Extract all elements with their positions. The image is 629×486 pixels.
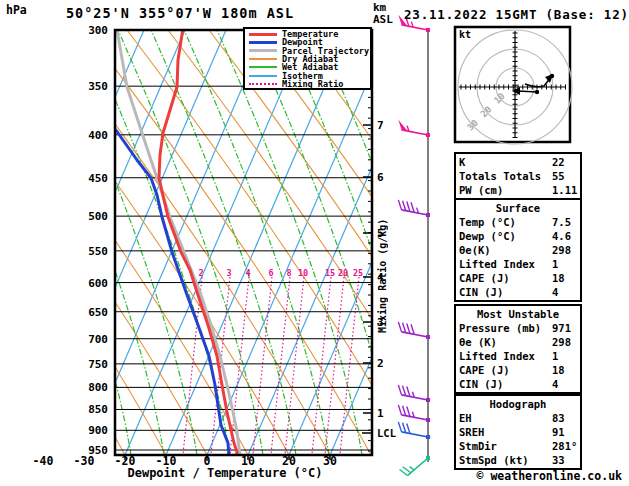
stats-table-most_unstable: Most UnstablePressure (mb)971θe (K)298Li… [454,304,582,394]
stat-row: CAPE (J)18 [459,363,577,377]
stat-value: 971 [552,321,577,335]
svg-text:10: 10 [298,268,308,278]
svg-text:25: 25 [353,268,363,278]
stat-row: Pressure (mb)971 [459,321,577,335]
wind-barb-icon [398,405,430,422]
stat-row: PW (cm)1.11 [459,183,577,197]
legend-label: Mixing Ratio [282,80,343,88]
wind-barb-icon [399,456,430,476]
legend-swatch-icon [249,66,277,68]
hodograph-panel: 102030 [455,27,572,144]
svg-text:750: 750 [88,358,108,371]
mixing-ratio-lines [183,277,359,454]
wind-barb-icon [398,200,430,217]
svg-text:300: 300 [88,24,108,37]
pressure-axis-unit: hPa [6,3,27,17]
legend-swatch-icon [249,41,277,44]
stat-value: 7.5 [552,215,577,229]
svg-text:800: 800 [88,381,108,394]
stat-row: CAPE (J)18 [459,271,577,285]
plot-border [115,30,372,455]
temperature-axis-label: Dewpoint / Temperature (°C) [90,466,360,480]
stat-row: EH83 [459,411,577,425]
svg-text:8: 8 [286,268,291,278]
svg-text:400: 400 [88,129,108,142]
svg-text:1: 1 [377,407,384,420]
stat-value: 4.6 [552,229,577,243]
table-header: Surface [459,201,577,215]
stat-value: 1 [552,257,577,271]
svg-text:-40: -40 [33,454,54,468]
stat-value: 18 [552,363,577,377]
svg-text:700: 700 [88,333,108,346]
stat-value: 1 [552,349,577,363]
mixing-ratio-axis-label: Mixing Ratio (g/kg) [377,203,388,333]
svg-text:7: 7 [377,119,384,132]
legend-item: Mixing Ratio [249,80,370,88]
pressure-tick-labels: 3003504004505005506006507007508008509009… [88,24,108,457]
station-title: 50°25'N 355°07'W 180m ASL [40,5,320,21]
stat-row: Lifted Index1 [459,257,577,271]
svg-text:15: 15 [325,268,335,278]
stat-label: Lifted Index [459,349,552,363]
svg-text:2: 2 [377,357,384,370]
stat-row: θe(K)298 [459,243,577,257]
svg-text:850: 850 [88,403,108,416]
stat-row: Totals Totals55 [459,169,577,183]
hodograph-trajectory [518,91,537,92]
stat-value: 33 [552,453,577,467]
stat-label: θe(K) [459,243,552,257]
stat-value: 1.11 [552,183,577,197]
stats-table-hodograph_stats: HodographEH83SREH91StmDir281°StmSpd (kt)… [454,394,582,470]
stat-label: Totals Totals [459,169,552,183]
stat-value: 4 [552,285,577,299]
stat-label: K [459,155,552,169]
stats-table-indices: K22Totals Totals55PW (cm)1.11 [454,152,582,200]
wind-barb-icon [398,422,430,439]
stat-label: Temp (°C) [459,215,552,229]
stat-label: Lifted Index [459,257,552,271]
stat-label: Pressure (mb) [459,321,552,335]
svg-text:900: 900 [88,424,108,437]
stat-value: 18 [552,271,577,285]
stat-value: 298 [552,243,577,257]
wind-barb-icon [398,385,430,402]
altitude-axis-unit-asl: ASL [373,13,393,26]
stat-value: 4 [552,377,577,391]
stat-value: 83 [552,411,577,425]
pressure-gridlines [115,30,372,450]
stat-row: SREH91 [459,425,577,439]
svg-text:4: 4 [245,268,250,278]
stat-value: 91 [552,425,577,439]
credit: © weatheronline.co.uk [438,469,622,483]
legend-swatch-icon [249,58,277,60]
hodograph-unit-label: kt [459,29,471,40]
legend-swatch-icon [249,49,277,52]
legend-swatch-icon [249,33,277,36]
stat-value: 281° [552,439,577,453]
table-header: Hodograph [459,397,577,411]
stat-row: Lifted Index1 [459,349,577,363]
stat-label: CAPE (J) [459,271,552,285]
stats-table-surface: SurfaceTemp (°C)7.5Dewp (°C)4.6θe(K)298L… [454,198,582,302]
svg-text:6: 6 [377,171,384,184]
wind-barb-column [398,15,430,476]
wind-barb-icon [398,120,430,137]
legend-swatch-icon [249,83,277,85]
svg-text:6: 6 [268,268,273,278]
svg-text:500: 500 [88,210,108,223]
stat-row: K22 [459,155,577,169]
stat-row: CIN (J)4 [459,285,577,299]
svg-text:20: 20 [338,268,348,278]
stat-label: StmDir [459,439,552,453]
stat-label: CIN (J) [459,377,552,391]
stat-label: CIN (J) [459,285,552,299]
stat-row: Temp (°C)7.5 [459,215,577,229]
svg-text:350: 350 [88,80,108,93]
stat-row: Dewp (°C)4.6 [459,229,577,243]
stat-label: StmSpd (kt) [459,453,552,467]
legend-swatch-icon [249,75,277,77]
svg-text:3: 3 [226,268,231,278]
stat-label: EH [459,411,552,425]
svg-text:650: 650 [88,306,108,319]
